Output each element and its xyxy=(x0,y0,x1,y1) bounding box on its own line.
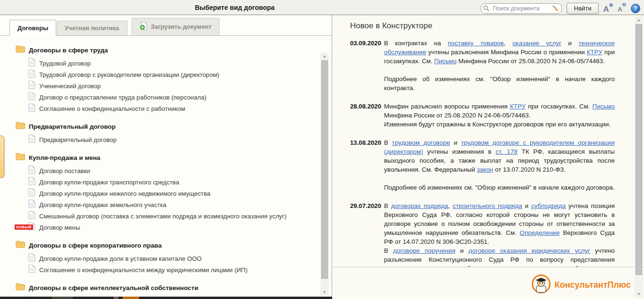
tabs: Договоры Учетная политика Загрузить доку… xyxy=(0,15,332,36)
scroll-up-icon[interactable]: ▲ xyxy=(635,17,643,24)
upload-document-icon xyxy=(140,22,148,32)
clear-broom-icon[interactable] xyxy=(552,5,560,14)
news-link[interactable]: КТРУ xyxy=(510,103,526,110)
help-button[interactable]: ? xyxy=(631,4,640,13)
folder-icon xyxy=(16,283,25,292)
side-pull-tab[interactable] xyxy=(0,135,4,178)
search-input[interactable] xyxy=(481,3,562,14)
left-scrollbar[interactable]: ▲ ▼ xyxy=(320,53,329,296)
consultantplus-logo-text: КонсультантПлюс xyxy=(554,280,631,290)
tree-item[interactable]: Договор поставки xyxy=(28,165,319,176)
increase-font-button[interactable]: A⊕ xyxy=(603,2,613,15)
news-text: Минфин разъяснил вопросы применения xyxy=(384,103,510,110)
tree-item-label: Договор о предоставлении труда работнико… xyxy=(39,94,207,101)
tree-item-label: Ученический договор xyxy=(39,83,101,90)
news-scrollbar-thumb[interactable] xyxy=(636,24,642,275)
document-icon xyxy=(28,103,35,114)
tree-item-label: Договор купли-продажи транспортного сред… xyxy=(39,179,179,186)
bottom-strip-segment xyxy=(52,297,73,299)
tree-item[interactable]: Договор купли-продажи доли в уставном ка… xyxy=(28,253,319,264)
tree-group-header: Договоры в сфере интеллектуальной собств… xyxy=(16,283,319,292)
tab-label: Учетная политика xyxy=(65,25,119,32)
page-title: Выберите вид договора xyxy=(0,4,469,11)
folder-icon xyxy=(16,241,25,250)
tree-item-label: Договор купли-продажи доли в уставном ка… xyxy=(39,255,201,262)
logo-area: КонсультантПлюс xyxy=(333,268,644,299)
left-scrollbar-thumb[interactable] xyxy=(321,60,328,279)
news-link[interactable]: оказание услуг xyxy=(512,40,561,47)
tree-item[interactable]: Ученический договор xyxy=(28,80,319,91)
tree-item[interactable]: Соглашение о конфиденциальности между юр… xyxy=(28,264,319,275)
tree-item-label: Предварительный договор xyxy=(39,136,117,143)
news-date: 03.09.2020 xyxy=(350,39,384,92)
news-body: Минфин разъяснил вопросы применения КТРУ… xyxy=(384,102,615,129)
tab-contracts[interactable]: Договоры xyxy=(9,20,56,36)
news-link[interactable]: КТРУ xyxy=(587,49,602,56)
document-icon xyxy=(28,265,35,275)
news-link[interactable]: поставку товаров xyxy=(448,40,504,47)
scroll-down-icon[interactable]: ▼ xyxy=(320,289,329,296)
tree-item[interactable]: Смешанный договор (поставка с элементами… xyxy=(28,210,319,222)
news-text: Подробнее об изменениях см. "Обзор измен… xyxy=(384,184,615,191)
tree-item-label: Трудовой договор с руководителем организ… xyxy=(39,71,219,78)
news-list: 03.09.2020 В контрактах на поставку това… xyxy=(350,39,615,267)
scroll-up-icon[interactable]: ▲ xyxy=(320,53,329,60)
news-link[interactable]: договоре поручения xyxy=(393,247,455,254)
news-link[interactable]: строительного подряда xyxy=(452,202,522,209)
tree-item-label: Договор поставки xyxy=(39,167,90,174)
news-viewport: Новое в Конструкторе 03.09.2020 В контра… xyxy=(333,15,644,267)
tree-item[interactable]: Трудовой договор xyxy=(28,58,319,69)
news-text: , xyxy=(504,40,512,47)
news-paragraph: Подробнее об изменениях см. "Обзор измен… xyxy=(384,183,615,192)
news-link[interactable]: субподряда xyxy=(531,202,566,209)
tree-item[interactable]: Трудовой договор с руководителем организ… xyxy=(28,69,319,80)
decrease-font-button[interactable]: A⊖ xyxy=(618,2,626,15)
tree-item[interactable]: НОВЫЙ Лицензионный договор xyxy=(28,295,319,296)
news-link[interactable]: договоре оказания юридических услуг xyxy=(468,247,590,254)
folder-icon xyxy=(16,122,25,131)
news-entry: 13.08.2020 В трудовом договоре и трудово… xyxy=(350,138,615,192)
tree-item[interactable]: Договор купли-продажи транспортного сред… xyxy=(28,176,319,188)
tree-item[interactable]: Предварительный договор xyxy=(28,134,319,145)
news-text: В xyxy=(384,247,393,254)
news-link[interactable]: ст. 178 xyxy=(495,148,517,155)
document-icon xyxy=(28,81,35,91)
document-icon xyxy=(28,92,35,102)
news-body: В договорах подряда, строительного подря… xyxy=(384,201,615,267)
search-group: Найти A⊕ A⊖ ? xyxy=(481,2,640,15)
news-date: 13.08.2020 xyxy=(350,138,384,192)
group-title: Договоры в сфере труда xyxy=(29,47,108,54)
tree-group: Договоры в сфере интеллектуальной собств… xyxy=(16,283,319,296)
tab-accounting-policy[interactable]: Учетная политика xyxy=(57,21,127,35)
news-link[interactable]: Письмо xyxy=(434,58,456,65)
tab-upload-document[interactable]: Загрузить документ xyxy=(132,18,220,35)
consultantplus-logo-icon xyxy=(532,274,551,295)
news-entry: 28.08.2020 Минфин разъяснил вопросы прим… xyxy=(350,102,615,129)
document-icon xyxy=(28,253,35,264)
tree-item-label: Договор купли-продажи земельного участка xyxy=(39,201,167,208)
left-panel: Договоры Учетная политика Загрузить доку… xyxy=(0,15,332,299)
tree-group: Купля-продажа и мена Договор поставки До… xyxy=(16,153,319,233)
news-link[interactable]: договорах подряда xyxy=(391,202,448,209)
document-icon xyxy=(28,211,35,221)
tree-item[interactable]: Договор купли-продажи нежилого недвижимо… xyxy=(28,188,319,199)
news-link[interactable]: закон xyxy=(477,166,493,173)
news-paragraph: В контрактах на поставку товаров, оказан… xyxy=(384,39,615,66)
consultantplus-logo: КонсультантПлюс xyxy=(532,274,631,295)
tree-group-header: Договоры в сфере труда xyxy=(16,45,319,55)
document-icon xyxy=(28,296,35,296)
tree-item[interactable]: Договор о предоставлении труда работнико… xyxy=(28,91,319,103)
news-body: В трудовом договоре и трудовом договоре … xyxy=(384,138,615,192)
news-link[interactable]: Определение xyxy=(520,229,560,236)
folder-icon xyxy=(16,45,25,55)
news-link[interactable]: трудовом договоре xyxy=(392,139,450,146)
tree-item[interactable]: Договор купли-продажи земельного участка xyxy=(28,199,319,210)
news-text: Минфина России от 25.08.2020 N 24-06-05/… xyxy=(384,112,530,119)
document-icon xyxy=(28,69,35,80)
find-button[interactable]: Найти xyxy=(567,3,598,14)
news-scrollbar[interactable]: ▲ ▼ xyxy=(635,17,643,298)
tree-item[interactable]: НОВЫЙ Договор мены xyxy=(28,222,319,233)
tree-item[interactable]: Соглашение о конфиденциальности с работн… xyxy=(28,103,319,114)
news-link[interactable]: Письмо xyxy=(593,103,615,110)
news-text: В xyxy=(384,202,391,209)
